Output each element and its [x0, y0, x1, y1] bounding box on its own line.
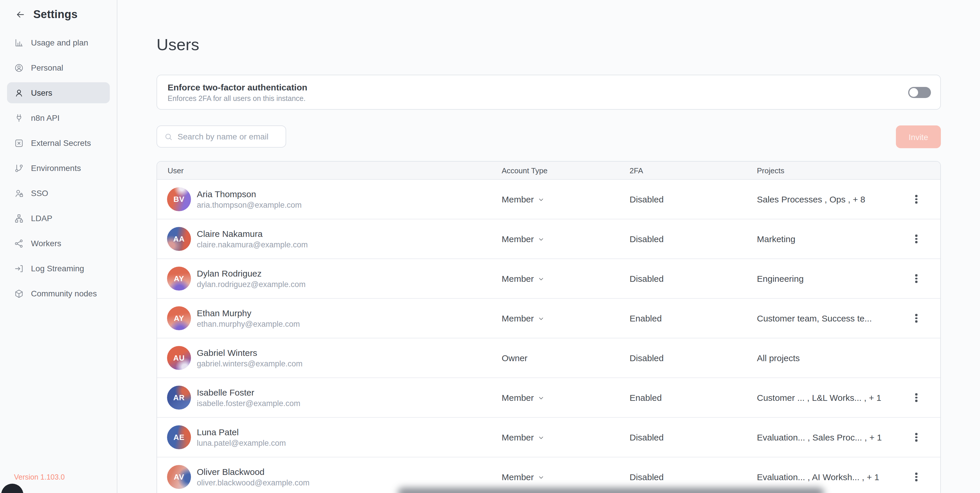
- account-type-dropdown[interactable]: Member: [502, 472, 630, 482]
- user-icon: [14, 88, 24, 98]
- user-email: isabelle.foster@example.com: [197, 399, 301, 408]
- sidebar-item-label: Environments: [31, 163, 81, 173]
- avatar-initials: BV: [173, 195, 185, 204]
- sidebar-item-label: SSO: [31, 189, 48, 198]
- sidebar-item-users[interactable]: Users: [7, 82, 110, 103]
- avatar: AY: [167, 266, 191, 290]
- sidebar-nav: Usage and planPersonalUsersn8n APIExtern…: [7, 32, 110, 308]
- user-email: ethan.murphy@example.com: [197, 320, 300, 328]
- chevron-down-icon: [538, 474, 544, 481]
- user-name: Dylan Rodriguez: [197, 268, 306, 278]
- avatar-initials: AY: [174, 314, 184, 323]
- avatar: AE: [167, 425, 191, 449]
- users-table: User Account Type 2FA Projects BVAria Th…: [156, 161, 941, 493]
- sidebar-item-external-secrets[interactable]: External Secrets: [7, 132, 110, 154]
- avatar-initials: AV: [174, 472, 184, 481]
- projects-list: Evaluation... , AI Worksh... , + 1: [757, 472, 909, 482]
- user-cell: AUGabriel Wintersgabriel.winters@example…: [157, 346, 502, 370]
- share-nodes-icon: [14, 238, 24, 248]
- settings-sidebar: Settings Usage and planPersonalUsersn8n …: [0, 0, 118, 493]
- row-actions-menu-button[interactable]: [909, 190, 924, 208]
- sidebar-item-label: Users: [31, 88, 52, 97]
- row-actions-menu-button[interactable]: [909, 230, 924, 248]
- sidebar-item-n8n-api[interactable]: n8n API: [7, 107, 110, 128]
- projects-list: Customer ... , L&L Works... , + 1: [757, 393, 909, 403]
- user-email: aria.thompson@example.com: [197, 201, 302, 209]
- user-cell: AYEthan Murphyethan.murphy@example.com: [157, 306, 502, 330]
- table-row: ARIsabelle Fosterisabelle.foster@example…: [157, 377, 940, 417]
- chevron-down-icon: [538, 395, 544, 401]
- sidebar-item-environments[interactable]: Environments: [7, 157, 110, 179]
- sidebar-item-ldap[interactable]: LDAP: [7, 208, 110, 229]
- chat-widget-bubble[interactable]: [1, 483, 23, 493]
- table-row: AVOliver Blackwoodoliver.blackwood@examp…: [157, 457, 940, 493]
- user-name: Isabelle Foster: [197, 387, 301, 397]
- enforce-2fa-card: Enforce two-factor authentication Enforc…: [156, 75, 941, 110]
- table-row: BVAria Thompsonaria.thompson@example.com…: [157, 180, 940, 219]
- account-type-value: Member: [502, 432, 534, 442]
- settings-page: Settings Usage and planPersonalUsersn8n …: [0, 0, 980, 493]
- user-circle-icon: [14, 63, 24, 73]
- column-header-account-type: Account Type: [502, 166, 630, 175]
- sidebar-item-log-streaming[interactable]: Log Streaming: [7, 258, 110, 279]
- projects-list: Sales Processes , Ops , + 8: [757, 194, 909, 204]
- user-name: Oliver Blackwood: [197, 467, 310, 477]
- search-icon: [164, 132, 173, 141]
- account-type-dropdown[interactable]: Member: [502, 194, 630, 204]
- twofa-status: Disabled: [630, 234, 757, 244]
- search-input[interactable]: [178, 132, 277, 141]
- enforce-2fa-toggle[interactable]: [908, 87, 931, 98]
- log-in-icon: [14, 263, 24, 273]
- projects-list: All projects: [757, 353, 909, 363]
- git-branch-icon: [14, 163, 24, 173]
- hierarchy-icon: [14, 213, 24, 223]
- avatar: AU: [167, 346, 191, 370]
- sidebar-item-personal[interactable]: Personal: [7, 57, 110, 78]
- package-icon: [14, 289, 24, 298]
- row-actions-menu-button[interactable]: [909, 389, 924, 406]
- user-name: Luna Patel: [197, 427, 286, 437]
- avatar: BV: [167, 187, 191, 211]
- plug-icon: [14, 113, 24, 123]
- sidebar-item-label: n8n API: [31, 113, 60, 122]
- twofa-status: Disabled: [630, 274, 757, 284]
- sidebar-header: Settings: [15, 8, 78, 21]
- account-type-dropdown[interactable]: Member: [502, 274, 630, 284]
- invite-button[interactable]: Invite: [896, 125, 941, 148]
- sidebar-item-label: External Secrets: [31, 138, 91, 147]
- account-type-dropdown[interactable]: Member: [502, 432, 630, 442]
- account-type-dropdown[interactable]: Member: [502, 234, 630, 244]
- back-arrow-icon[interactable]: [15, 10, 26, 20]
- account-type-value: Member: [502, 313, 534, 323]
- avatar-initials: AE: [173, 433, 185, 442]
- projects-list: Engineering: [757, 274, 909, 284]
- avatar: AV: [167, 465, 191, 489]
- avatar: AY: [167, 306, 191, 330]
- sidebar-item-usage-and-plan[interactable]: Usage and plan: [7, 32, 110, 53]
- user-email: claire.nakamura@example.com: [197, 240, 308, 249]
- row-actions-menu-button[interactable]: [909, 468, 924, 486]
- user-email: oliver.blackwood@example.com: [197, 479, 310, 487]
- avatar-initials: AU: [173, 354, 185, 362]
- chevron-down-icon: [538, 236, 544, 243]
- sidebar-item-label: Log Streaming: [31, 264, 84, 273]
- avatar-initials: AA: [173, 235, 185, 243]
- sidebar-item-community-nodes[interactable]: Community nodes: [7, 283, 110, 304]
- account-type-dropdown[interactable]: Member: [502, 393, 630, 403]
- account-type-dropdown[interactable]: Member: [502, 313, 630, 323]
- table-body: BVAria Thompsonaria.thompson@example.com…: [157, 180, 940, 493]
- main-area: Users Enforce two-factor authentication …: [118, 0, 980, 493]
- avatar-initials: AY: [174, 274, 184, 283]
- row-actions-menu-button[interactable]: [909, 309, 924, 327]
- row-actions-menu-button[interactable]: [909, 270, 924, 287]
- column-header-2fa: 2FA: [630, 166, 757, 175]
- twofa-status: Enabled: [630, 393, 757, 403]
- user-cell: AAClaire Nakamuraclaire.nakamura@example…: [157, 227, 502, 251]
- user-cell: AVOliver Blackwoodoliver.blackwood@examp…: [157, 465, 502, 489]
- row-actions-menu-button[interactable]: [909, 428, 924, 446]
- sidebar-item-sso[interactable]: SSO: [7, 182, 110, 204]
- chevron-down-icon: [538, 197, 544, 203]
- sidebar-item-workers[interactable]: Workers: [7, 233, 110, 254]
- users-toolbar: Invite: [156, 125, 941, 148]
- user-lock-icon: [14, 188, 24, 198]
